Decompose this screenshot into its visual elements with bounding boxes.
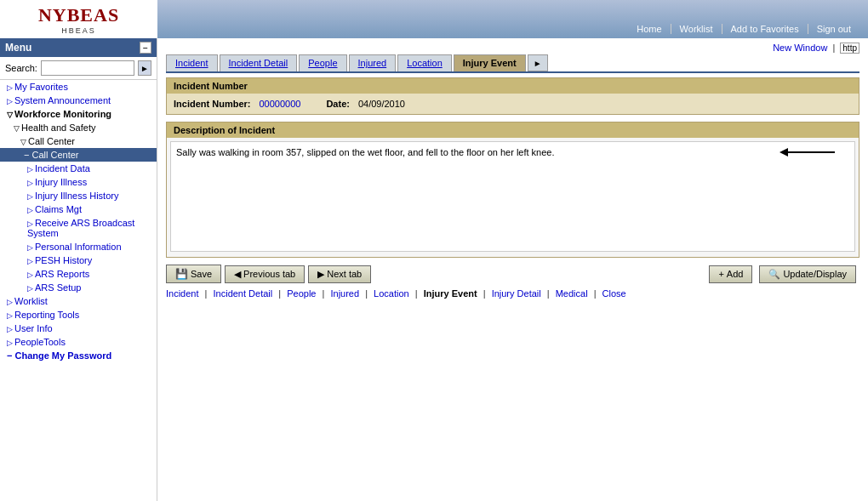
bottom-link-location[interactable]: Location (374, 288, 409, 299)
update-icon: 🔍 (768, 269, 780, 280)
description-panel-body (167, 138, 859, 257)
add-button[interactable]: + Add (709, 265, 752, 283)
tab-border (166, 71, 859, 73)
tab-incident[interactable]: Incident (166, 54, 218, 71)
description-textarea-wrapper (167, 138, 859, 257)
tab-people[interactable]: People (299, 54, 346, 71)
tab-injured[interactable]: Injured (349, 54, 397, 71)
save-icon: 💾 (175, 268, 188, 280)
date-value: 04/09/2010 (358, 99, 405, 109)
bottom-links: Incident | Incident Detail | People | In… (166, 288, 859, 299)
bottom-link-injury-detail[interactable]: Injury Detail (492, 288, 541, 299)
sidebar-section-call-center: ▽Call Center (0, 134, 157, 148)
bottom-link-injured[interactable]: Injured (330, 288, 359, 299)
logo-block: NYBEAS HBEAS (38, 4, 119, 35)
sidebar-items: ▷My Favorites ▷System Announcement ▽Work… (0, 80, 157, 362)
next-tab-button[interactable]: ▶ Next tab (308, 265, 371, 283)
sidebar-item-ars-setup[interactable]: ▷ARS Setup (0, 281, 157, 294)
sidebar-section-health-safety: ▽Health and Safety (0, 121, 157, 134)
description-panel: Description of Incident (166, 122, 859, 258)
menu-header: Menu − (0, 38, 157, 57)
http-icon: http (840, 43, 859, 54)
menu-label: Menu (5, 42, 31, 54)
save-button[interactable]: 💾 Save (166, 265, 221, 283)
incident-row: Incident Number: 00000000 Date: 04/09/20… (174, 99, 852, 109)
nav-home[interactable]: Home (628, 24, 670, 34)
previous-tab-button[interactable]: ◀ Previous tab (225, 265, 305, 283)
logo-text: NYBEAS (38, 4, 119, 26)
sidebar-item-ars-reports[interactable]: ▷ARS Reports (0, 267, 157, 281)
top-links: New Window | http (166, 43, 859, 53)
prev-tab-icon: ◀ (234, 269, 241, 280)
sidebar-item-claims-mgt[interactable]: ▷Claims Mgt (0, 202, 157, 216)
incident-number-panel-header: Incident Number (167, 78, 859, 94)
sidebar-item-injury-illness-history[interactable]: ▷Injury Illness History (0, 189, 157, 202)
date-label: Date: (326, 99, 350, 109)
new-window-link[interactable]: New Window (773, 43, 827, 53)
tab-location[interactable]: Location (397, 54, 452, 71)
incident-number-panel: Incident Number Incident Number: 0000000… (166, 77, 859, 115)
sidebar-item-personal-info[interactable]: ▷Personal Information (0, 240, 157, 253)
menu-close-button[interactable]: − (140, 42, 151, 54)
next-tab-icon: ▶ (317, 269, 324, 280)
main-content: New Window | http Incident Incident Deta… (157, 38, 868, 501)
logo-area: NYBEAS HBEAS (0, 0, 157, 38)
sidebar-item-pesh-history[interactable]: ▷PESH History (0, 253, 157, 267)
bottom-link-close[interactable]: Close (602, 288, 626, 299)
sidebar-item-people-tools[interactable]: ▷PeopleTools (0, 335, 157, 349)
nav-add-favorites[interactable]: Add to Favorites (722, 24, 808, 34)
nav-sign-out[interactable]: Sign out (808, 24, 859, 34)
sidebar-item-call-center-active[interactable]: − Call Center (0, 148, 157, 162)
bottom-link-incident-detail[interactable]: Incident Detail (214, 288, 273, 299)
sidebar-item-system-announcement[interactable]: ▷System Announcement (0, 94, 157, 107)
update-display-button[interactable]: 🔍 Update/Display (759, 265, 856, 283)
header: NYBEAS HBEAS Home Worklist Add to Favori… (0, 0, 868, 38)
buttons-row: 💾 Save ◀ Previous tab ▶ Next tab + Add 🔍… (166, 265, 859, 283)
tab-next-arrow[interactable]: ► (528, 54, 548, 71)
description-panel-header: Description of Incident (167, 122, 859, 138)
sidebar-item-user-info[interactable]: ▷User Info (0, 322, 157, 335)
bottom-link-medical[interactable]: Medical (556, 288, 588, 299)
nav-links: Home Worklist Add to Favorites Sign out (628, 24, 859, 34)
search-button[interactable]: ► (138, 60, 151, 76)
search-row: Search: ► (0, 57, 157, 80)
sidebar-section-workforce: ▽Workforce Monitoring (0, 107, 157, 121)
sidebar-item-my-favorites[interactable]: ▷My Favorites (0, 80, 157, 94)
search-input[interactable] (41, 60, 134, 76)
bottom-link-injury-event-active: Injury Event (424, 288, 477, 299)
tab-injury-event[interactable]: Injury Event (454, 54, 526, 71)
sidebar-item-change-password[interactable]: − Change My Password (0, 349, 157, 362)
sidebar-item-incident-data[interactable]: ▷Incident Data (0, 162, 157, 175)
right-buttons: + Add 🔍 Update/Display (709, 265, 859, 283)
sidebar-item-injury-illness[interactable]: ▷Injury Illness (0, 175, 157, 189)
search-label: Search: (5, 63, 37, 73)
bottom-link-people[interactable]: People (287, 288, 316, 299)
tab-bar: Incident Incident Detail People Injured … (166, 54, 859, 71)
incident-number-value: 00000000 (259, 99, 300, 109)
incident-number-panel-body: Incident Number: 00000000 Date: 04/09/20… (167, 94, 859, 114)
bottom-link-incident[interactable]: Incident (166, 288, 199, 299)
tab-incident-detail[interactable]: Incident Detail (220, 54, 298, 71)
logo-sub: HBEAS (38, 26, 119, 35)
add-icon: + (718, 269, 723, 279)
nav-worklist[interactable]: Worklist (671, 24, 722, 34)
sidebar-item-receive-ars[interactable]: ▷Receive ARS Broadcast System (0, 216, 157, 240)
description-textarea[interactable] (170, 141, 855, 252)
sidebar-item-worklist[interactable]: ▷Worklist (0, 294, 157, 308)
incident-number-label: Incident Number: (174, 99, 250, 109)
sidebar-item-reporting-tools[interactable]: ▷Reporting Tools (0, 308, 157, 322)
sidebar: Menu − Search: ► ▷My Favorites ▷System A… (0, 38, 157, 501)
